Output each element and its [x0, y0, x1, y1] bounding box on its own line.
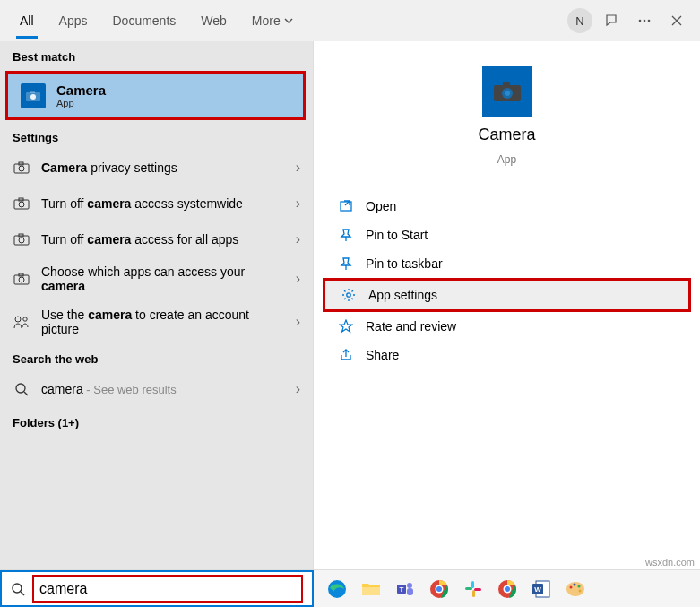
action-label: Share [366, 348, 399, 362]
search-highlight-box [32, 575, 303, 603]
camera-icon [13, 159, 30, 177]
svg-text:W: W [534, 585, 541, 594]
search-icon [11, 582, 25, 596]
feedback-button[interactable] [596, 4, 628, 37]
svg-point-28 [328, 580, 346, 598]
folder-icon [361, 581, 381, 597]
action-app-settings[interactable]: App settings [323, 278, 691, 312]
close-button[interactable] [661, 4, 693, 37]
svg-point-26 [347, 293, 350, 297]
taskbar-chrome[interactable] [428, 578, 450, 600]
action-rate[interactable]: Rate and review [323, 312, 691, 341]
tab-all[interactable]: All [7, 4, 47, 37]
tab-apps[interactable]: Apps [47, 4, 100, 37]
teams-icon: T [395, 579, 415, 599]
watermark: wsxdn.com [645, 557, 695, 568]
word-icon: W [531, 579, 551, 599]
svg-point-18 [15, 317, 21, 322]
tabs-bar: All Apps Documents Web More N [0, 0, 700, 41]
camera-icon [13, 270, 30, 288]
svg-text:T: T [400, 585, 404, 594]
camera-icon [25, 90, 41, 102]
camera-app-icon [21, 83, 46, 108]
pin-icon [339, 256, 353, 271]
taskbar-chrome-2[interactable] [497, 578, 518, 600]
best-match-item[interactable]: Camera App [8, 74, 303, 117]
svg-point-50 [578, 585, 581, 587]
settings-header: Settings [0, 122, 313, 150]
svg-point-36 [436, 586, 442, 592]
more-options-button[interactable] [628, 4, 661, 37]
tab-web[interactable]: Web [188, 4, 239, 37]
chrome-icon [429, 579, 449, 599]
taskbar-teams[interactable]: T [394, 578, 416, 600]
preview-subtitle: App [497, 153, 516, 166]
svg-point-0 [639, 20, 642, 22]
camera-icon [13, 195, 30, 212]
search-box[interactable] [0, 570, 314, 607]
taskbar-word[interactable]: W [531, 578, 552, 600]
taskbar-edge[interactable] [326, 578, 348, 600]
divider [335, 186, 678, 186]
best-match-highlight: Camera App [5, 71, 306, 120]
setting-label: Turn off camera access systemwide [41, 196, 285, 211]
svg-point-19 [23, 317, 27, 321]
app-tile [482, 66, 532, 117]
taskbar-paint[interactable] [565, 578, 586, 600]
tab-documents[interactable]: Documents [99, 4, 188, 37]
chevron-right-icon: › [296, 231, 300, 247]
action-pin-start[interactable]: Pin to Start [323, 221, 691, 249]
slack-icon [464, 580, 482, 598]
preview-pane: Camera App Open Pin to Start Pin to task… [314, 41, 700, 569]
search-icon [13, 380, 30, 398]
setting-label: Choose which apps can access your camera [41, 264, 285, 293]
setting-label: Turn off camera access for all apps [41, 232, 285, 247]
svg-point-13 [19, 238, 24, 243]
action-label: Open [366, 199, 396, 213]
svg-point-49 [574, 583, 576, 585]
action-label: App settings [368, 288, 437, 302]
pin-icon [339, 228, 353, 242]
setting-camera-privacy[interactable]: Camera privacy settings › [0, 150, 313, 186]
svg-rect-5 [30, 91, 35, 93]
tab-more-label: More [252, 13, 281, 28]
svg-rect-38 [465, 587, 472, 590]
best-match-text: Camera App [56, 82, 106, 108]
action-share[interactable]: Share [323, 341, 691, 369]
setting-account-picture[interactable]: Use the camera to create an account pict… [0, 300, 313, 343]
chrome-icon [497, 579, 517, 599]
svg-point-7 [19, 166, 24, 171]
camera-icon [492, 80, 523, 103]
setting-label: Camera privacy settings [41, 160, 285, 175]
svg-point-2 [648, 20, 651, 22]
setting-choose-apps[interactable]: Choose which apps can access your camera… [0, 257, 313, 300]
action-label: Pin to taskbar [366, 256, 443, 271]
best-match-subtitle: App [56, 98, 106, 108]
close-icon [670, 14, 683, 27]
web-result-item[interactable]: camera - See web results › [0, 371, 313, 407]
search-input[interactable] [39, 581, 296, 597]
user-avatar[interactable]: N [564, 4, 596, 37]
main-area: Best match Camera App Settings Camera pr… [0, 41, 700, 569]
taskbar-slack[interactable] [462, 578, 484, 600]
star-icon [339, 319, 353, 334]
svg-point-10 [19, 202, 24, 207]
svg-point-27 [13, 584, 22, 593]
search-web-header: Search the web [0, 343, 313, 371]
action-open[interactable]: Open [323, 192, 691, 221]
svg-point-1 [644, 20, 646, 22]
taskbar-explorer[interactable] [360, 578, 382, 600]
svg-rect-22 [503, 82, 510, 86]
action-pin-taskbar[interactable]: Pin to taskbar [323, 249, 691, 278]
setting-turn-off-all-apps[interactable]: Turn off camera access for all apps › [0, 221, 313, 257]
svg-rect-40 [474, 588, 481, 591]
gear-icon [341, 288, 356, 302]
folders-header: Folders (1+) [0, 407, 313, 435]
preview-header: Camera App [314, 41, 700, 166]
setting-label: Use the camera to create an account pict… [41, 308, 285, 336]
web-result-label: camera - See web results [41, 382, 285, 396]
setting-turn-off-systemwide[interactable]: Turn off camera access systemwide › [0, 186, 313, 221]
svg-point-20 [16, 384, 25, 393]
action-label: Rate and review [366, 319, 456, 334]
tab-more[interactable]: More [239, 4, 306, 37]
